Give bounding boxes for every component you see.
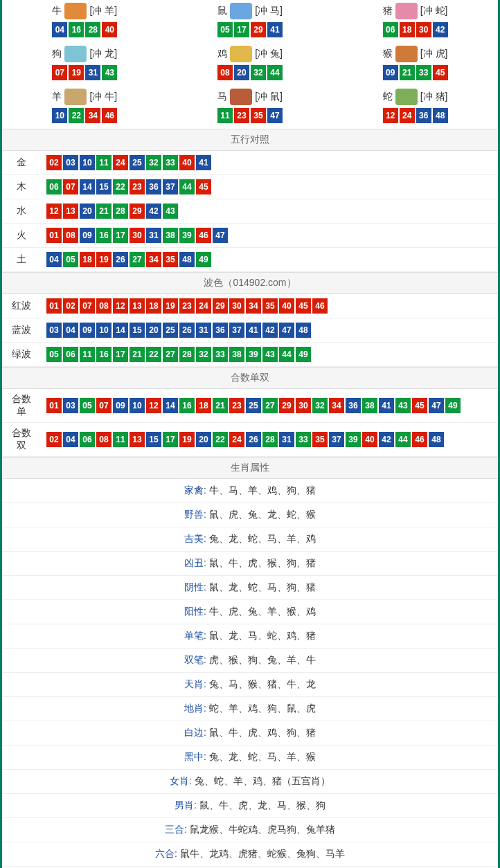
attr-row: 三合: 鼠龙猴、牛蛇鸡、虎马狗、兔羊猪 bbox=[2, 818, 498, 842]
zodiac-numbers: 10223446 bbox=[2, 108, 168, 123]
number-ball: 21 bbox=[400, 65, 415, 80]
number-ball: 16 bbox=[96, 347, 111, 362]
number-ball: 42 bbox=[433, 22, 448, 37]
number-ball: 04 bbox=[63, 323, 78, 338]
number-ball: 22 bbox=[69, 108, 84, 123]
number-ball: 44 bbox=[179, 179, 195, 195]
zodiac-icon bbox=[395, 46, 418, 62]
kv-key: 火 bbox=[2, 224, 41, 248]
kv-key: 红波 bbox=[2, 294, 41, 318]
attrs-list: 家禽: 牛、马、羊、鸡、狗、猪野兽: 鼠、虎、兔、龙、蛇、猴吉美: 兔、龙、蛇、… bbox=[2, 479, 498, 867]
number-ball: 27 bbox=[262, 398, 278, 413]
zodiac-chong: [冲 牛] bbox=[89, 91, 117, 103]
number-ball: 11 bbox=[217, 108, 233, 123]
number-ball: 14 bbox=[163, 398, 178, 413]
number-ball: 14 bbox=[113, 323, 128, 338]
attr-row: 男肖: 鼠、牛、虎、龙、马、猴、狗 bbox=[2, 794, 498, 818]
number-ball: 30 bbox=[416, 22, 431, 37]
attr-row: 黑中: 兔、龙、蛇、马、羊、猴 bbox=[2, 745, 498, 770]
zodiac-icon bbox=[395, 89, 418, 105]
number-ball: 08 bbox=[96, 298, 111, 314]
zodiac-title: 猴[冲 虎] bbox=[332, 46, 498, 62]
number-ball: 28 bbox=[179, 347, 195, 362]
number-ball: 33 bbox=[163, 155, 178, 170]
number-ball: 09 bbox=[383, 65, 398, 80]
attr-row: 家禽: 牛、马、羊、鸡、狗、猪 bbox=[2, 479, 498, 503]
number-ball: 34 bbox=[329, 398, 344, 413]
zodiac-name: 马 bbox=[217, 91, 227, 103]
number-ball: 23 bbox=[229, 398, 244, 413]
number-ball: 36 bbox=[213, 323, 228, 338]
number-ball: 47 bbox=[429, 398, 444, 413]
number-ball: 40 bbox=[102, 22, 117, 37]
number-ball: 03 bbox=[46, 323, 62, 338]
number-ball: 18 bbox=[400, 22, 415, 37]
number-ball: 33 bbox=[213, 347, 228, 362]
number-ball: 16 bbox=[96, 228, 111, 243]
number-ball: 06 bbox=[63, 347, 78, 362]
number-ball: 45 bbox=[433, 65, 448, 80]
attr-row: 六合: 鼠牛、龙鸡、虎猪、蛇猴、兔狗、马羊 bbox=[2, 842, 498, 867]
zodiac-title: 猪[冲 蛇] bbox=[332, 3, 498, 19]
number-ball: 20 bbox=[146, 323, 161, 338]
zodiac-numbers: 11233547 bbox=[168, 108, 333, 123]
kv-nums: 0103050709101214161821232527293032343638… bbox=[41, 389, 498, 423]
kv-nums: 0102070812131819232429303435404546 bbox=[41, 294, 498, 318]
zodiac-title: 马[冲 鼠] bbox=[168, 89, 333, 105]
zodiac-icon bbox=[230, 3, 252, 19]
number-ball: 24 bbox=[229, 432, 244, 447]
number-ball: 27 bbox=[130, 252, 145, 267]
kv-nums: 1213202128294243 bbox=[41, 199, 498, 224]
attr-label: 阳性: bbox=[184, 606, 206, 617]
number-ball: 31 bbox=[279, 432, 294, 447]
number-ball: 27 bbox=[163, 347, 178, 362]
number-ball: 26 bbox=[246, 432, 261, 447]
attr-value: 兔、马、猴、猪、牛、龙 bbox=[209, 678, 316, 689]
attr-value: 兔、龙、蛇、马、羊、猴 bbox=[209, 751, 316, 762]
number-ball: 07 bbox=[63, 179, 78, 195]
number-ball: 23 bbox=[179, 298, 195, 314]
zodiac-cell: 鼠[冲 马]05172941 bbox=[168, 0, 333, 43]
zodiac-numbers: 06183042 bbox=[332, 22, 498, 37]
attr-label: 野兽: bbox=[184, 509, 206, 520]
number-ball: 32 bbox=[196, 347, 211, 362]
kv-key: 蓝波 bbox=[2, 318, 41, 343]
number-ball: 46 bbox=[312, 298, 328, 314]
number-ball: 05 bbox=[217, 22, 233, 37]
number-ball: 28 bbox=[113, 204, 128, 219]
number-ball: 07 bbox=[96, 398, 111, 413]
attr-label: 六合: bbox=[155, 848, 177, 859]
attr-label: 女肖: bbox=[170, 775, 192, 786]
attr-label: 凶丑: bbox=[184, 557, 206, 568]
zodiac-cell: 羊[冲 牛]10223446 bbox=[2, 86, 168, 129]
heshu-table: 合数单0103050709101214161821232527293032343… bbox=[2, 389, 498, 457]
number-ball: 44 bbox=[279, 347, 294, 362]
kv-key: 合数单 bbox=[2, 389, 41, 423]
number-ball: 41 bbox=[379, 398, 394, 413]
number-ball: 41 bbox=[267, 22, 283, 37]
kv-key: 土 bbox=[2, 248, 41, 272]
number-ball: 12 bbox=[146, 398, 161, 413]
number-ball: 43 bbox=[102, 65, 117, 80]
number-ball: 24 bbox=[113, 155, 128, 170]
zodiac-chong: [冲 虎] bbox=[420, 48, 448, 60]
number-ball: 49 bbox=[445, 398, 461, 413]
number-ball: 23 bbox=[234, 108, 249, 123]
number-ball: 21 bbox=[96, 204, 111, 219]
number-ball: 38 bbox=[362, 398, 377, 413]
number-ball: 01 bbox=[46, 298, 62, 314]
number-ball: 45 bbox=[412, 398, 427, 413]
number-ball: 28 bbox=[262, 432, 278, 447]
zodiac-icon bbox=[230, 46, 252, 62]
zodiac-name: 蛇 bbox=[383, 91, 393, 103]
number-ball: 19 bbox=[163, 298, 178, 314]
section-heshu: 合数单双 bbox=[2, 367, 498, 389]
number-ball: 22 bbox=[113, 179, 128, 195]
number-ball: 30 bbox=[229, 298, 244, 314]
zodiac-title: 蛇[冲 猪] bbox=[332, 89, 498, 105]
number-ball: 08 bbox=[217, 65, 233, 80]
number-ball: 08 bbox=[63, 228, 78, 243]
number-ball: 41 bbox=[196, 155, 211, 170]
zodiac-title: 鼠[冲 马] bbox=[168, 3, 333, 19]
attr-label: 黑中: bbox=[184, 751, 206, 762]
